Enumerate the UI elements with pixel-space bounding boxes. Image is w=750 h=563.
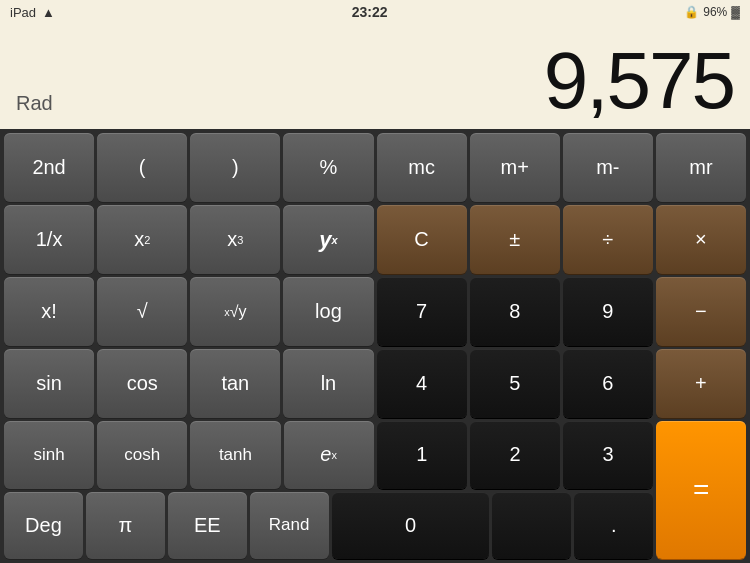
xrooty-button[interactable]: x√y (190, 277, 280, 346)
key-row-2: x!√x√ylog789− (4, 277, 746, 346)
minus-button[interactable]: − (656, 277, 746, 346)
sqrt-button[interactable]: √ (97, 277, 187, 346)
cube-button[interactable]: x3 (190, 205, 280, 274)
key-row-1: 1/xx2x3yxC±÷× (4, 205, 746, 274)
ln-button[interactable]: ln (283, 349, 373, 418)
mc-button[interactable]: mc (377, 133, 467, 202)
plusminus-button[interactable]: ± (470, 205, 560, 274)
equals-button[interactable]: = (656, 421, 746, 559)
tanh-button[interactable]: tanh (190, 421, 280, 489)
multiply-button[interactable]: × (656, 205, 746, 274)
status-right: 🔒 96% ▓ (684, 5, 740, 19)
1-button[interactable]: 1 (377, 421, 467, 489)
status-time: 23:22 (352, 4, 388, 20)
rows-4-5-container: sinhcoshtanhex123DegπEERand0. (4, 421, 653, 559)
sin-button[interactable]: sin (4, 349, 94, 418)
angle-mode: Rad (16, 92, 53, 115)
0-button[interactable]: 0 (332, 492, 490, 560)
factorial-button[interactable]: x! (4, 277, 94, 346)
9-button[interactable]: 9 (563, 277, 653, 346)
ee-button[interactable]: EE (168, 492, 247, 560)
tan-button[interactable]: tan (190, 349, 280, 418)
percent-button[interactable]: % (283, 133, 373, 202)
5-button[interactable]: 5 (470, 349, 560, 418)
display-value: 9,575 (16, 41, 734, 121)
close-paren-button[interactable]: ) (190, 133, 280, 202)
square-button[interactable]: x2 (97, 205, 187, 274)
tall-rows-wrapper: sinhcoshtanhex123DegπEERand0.= (4, 421, 746, 559)
sinh-button[interactable]: sinh (4, 421, 94, 489)
reciprocal-button[interactable]: 1/x (4, 205, 94, 274)
mr-button[interactable]: mr (656, 133, 746, 202)
status-bar: iPad ▲ 23:22 🔒 96% ▓ (0, 0, 750, 24)
log-button[interactable]: log (283, 277, 373, 346)
divide-button[interactable]: ÷ (563, 205, 653, 274)
key-row-3: sincostanln456+ (4, 349, 746, 418)
lock-icon: 🔒 (684, 5, 699, 19)
wifi-icon: ▲ (42, 5, 55, 20)
2nd-button[interactable]: 2nd (4, 133, 94, 202)
6-button[interactable]: 6 (563, 349, 653, 418)
3-button[interactable]: 3 (563, 421, 653, 489)
deg-button[interactable]: Deg (4, 492, 83, 560)
ipad-label: iPad (10, 5, 36, 20)
rand-button[interactable]: Rand (250, 492, 329, 560)
2-button[interactable]: 2 (470, 421, 560, 489)
display-area: Rad 9,575 (0, 24, 750, 129)
plus-button[interactable]: + (656, 349, 746, 418)
yx-button[interactable]: yx (283, 205, 373, 274)
8-button[interactable]: 8 (470, 277, 560, 346)
7-button[interactable]: 7 (377, 277, 467, 346)
clear-button[interactable]: C (377, 205, 467, 274)
battery-icon: ▓ (731, 5, 740, 19)
battery-label: 96% (703, 5, 727, 19)
4-button[interactable]: 4 (377, 349, 467, 418)
open-paren-button[interactable]: ( (97, 133, 187, 202)
key-row-5: DegπEERand0. (4, 492, 653, 560)
keypad: 2nd()%mcm+m-mr1/xx2x3yxC±÷×x!√x√ylog789−… (0, 129, 750, 563)
pi-button[interactable]: π (86, 492, 165, 560)
key-row-0: 2nd()%mcm+m-mr (4, 133, 746, 202)
key-row-4: sinhcoshtanhex123 (4, 421, 653, 489)
m-minus-button[interactable]: m- (563, 133, 653, 202)
empty-button[interactable] (492, 492, 571, 560)
ex-button[interactable]: ex (284, 421, 374, 489)
cos-button[interactable]: cos (97, 349, 187, 418)
decimal-button[interactable]: . (574, 492, 653, 560)
cosh-button[interactable]: cosh (97, 421, 187, 489)
m-plus-button[interactable]: m+ (470, 133, 560, 202)
status-left: iPad ▲ (10, 5, 55, 20)
